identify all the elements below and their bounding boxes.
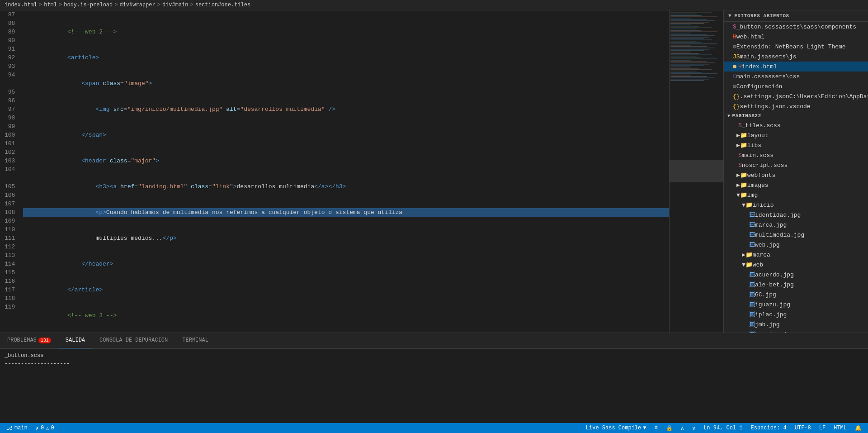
sidebar-item-marca-folder[interactable]: ▶ 📁 marca [724,250,868,260]
sidebar-item-jmb-jpg[interactable]: 🖼 jmb.jpg [724,319,868,329]
img-icon: 🖼 [749,321,755,328]
file-label: webfonts [747,172,775,179]
sass-icon: S [738,122,742,129]
img-icon: 🖼 [749,232,755,238]
sidebar-item-webfonts[interactable]: ▶ 📁 webfonts [724,170,868,180]
spaces-label: Espacios: 4 [751,425,787,431]
img-icon: 🖼 [749,281,755,288]
minimap-viewport[interactable] [670,160,723,182]
tab-terminal[interactable]: TERMINAL [175,333,216,348]
line-ending-indicator[interactable]: LF [817,425,827,431]
img-icon: 🖼 [749,242,755,248]
sidebar-item-main-css[interactable]: C main.css assets\css [724,71,868,81]
code-line: <article> [23,53,669,62]
file-label: Configuración [736,83,782,90]
sidebar-item-main-scss[interactable]: S main.scss [724,150,868,160]
file-label: iplac.jpg [755,311,787,318]
css-icon: C [733,73,736,80]
sidebar-item-web-folder[interactable]: ▼ 📁 web [724,260,868,270]
code-area[interactable]: 87 88 89 90 91 92 93 94 95 96 97 98 99 1… [0,10,669,333]
sidebar-item-identidad-jpg[interactable]: 🖼 identidad.jpg [724,210,868,220]
code-content[interactable]: <!-- web 2 --> <article> <span class="im… [23,10,669,333]
sidebar-item-index-html[interactable]: H index.html [724,62,868,71]
sidebar-item-layout[interactable]: ▶ 📁 layout [724,130,868,140]
notification-up[interactable]: ∧ [679,425,686,432]
minimap[interactable] [669,10,723,333]
sidebar-item-web-jpg[interactable]: 🖼 web.jpg [724,240,868,250]
open-editors-header[interactable]: ▼ EDITORES ABIERTOS [724,10,868,22]
status-left: ⎇ main ✗ 0 ⚠ 0 [5,425,56,432]
file-label: layout [747,132,769,139]
sidebar-item-inicio[interactable]: ▼ 📁 inicio [724,200,868,210]
img-icon: 🖼 [749,222,755,228]
file-path: assets\sass\components [778,24,856,30]
sidebar-item-gc-jpg[interactable]: 🖼 GC.jpg [724,290,868,300]
tab-problems[interactable]: PROBLEMAS 131 [0,333,58,348]
folder-icon: 📁 [745,261,753,268]
sidebar-item-web-html[interactable]: H web.html [724,32,868,42]
warning-count: 0 [51,425,54,431]
tab-label: SALIDA [66,337,85,343]
errors-warnings[interactable]: ✗ 0 ⚠ 0 [34,425,56,432]
output-line: _button.scss [5,352,863,360]
sidebar-item-config[interactable]: ⚙ Configuración [724,81,868,91]
paginas22-header[interactable]: ▼ PAGINAS22 [724,111,868,120]
sidebar-item-img[interactable]: ▼ 📁 img [724,190,868,200]
sidebar-item-marca-jpg[interactable]: 🖼 marca.jpg [724,220,868,230]
breadcrumb-item[interactable]: div#wrapper [119,2,155,8]
file-label: main.scss [742,152,774,159]
encoding-label: UTF-8 [795,425,811,431]
sidebar-item-ale-bet-jpg[interactable]: 🖼 ale-bet.jpg [724,280,868,290]
tab-debug-console[interactable]: CONSOLA DE DEPURACIÓN [92,333,175,348]
spaces-indicator[interactable]: Espacios: 4 [749,425,788,431]
file-label: iguazu.jpg [755,301,790,308]
notifications-bell[interactable]: 🔔 [853,425,863,432]
git-branch[interactable]: ⎇ main [5,425,29,432]
folder-icon: 📁 [745,201,753,209]
file-type-indicator[interactable]: HTML [832,425,849,431]
sidebar-item-libs[interactable]: ▶ 📁 libs [724,140,868,150]
prettier-status[interactable]: 🔒 [664,425,675,432]
sass-icon: S [738,162,742,169]
sass-compile-status[interactable]: Live Sass Compile ▼ [584,425,648,431]
sidebar-item-main-js[interactable]: JS main.js assets\js [724,52,868,62]
sidebar-item-noscript-scss[interactable]: S noscript.scss [724,160,868,170]
format-document[interactable]: ≡ [652,425,659,431]
file-label: .settings.json [740,93,789,100]
sidebar-item-images[interactable]: ▶ 📁 images [724,180,868,190]
file-label: GC.jpg [755,291,776,298]
status-bar: ⎇ main ✗ 0 ⚠ 0 Live Sass Compile ▼ ≡ 🔒 ∧… [0,423,868,433]
line-col-indicator[interactable]: Ln 94, Col 1 [702,425,744,431]
sidebar-item-settings-json-1[interactable]: {} .settings.json C:\Users\Edicion\AppDa… [724,91,868,101]
chevron-right-icon: ▶ [736,171,740,179]
code-line: <span class="image"> [23,79,669,88]
html-icon: H [738,63,742,70]
code-line: <img src="img/inicio/multimedia.jpg" alt… [23,105,669,114]
notification-down[interactable]: ∨ [690,425,697,432]
breadcrumb-item[interactable]: index.html [5,2,37,8]
sidebar-item-extension[interactable]: ⚙ Extensión: NetBeans Light Theme [724,42,868,52]
folder-icon: 📁 [740,181,747,189]
file-label: marca [753,252,770,258]
sidebar-item-multimedia-jpg[interactable]: 🖼 multimedia.jpg [724,230,868,240]
sidebar-item-acuerdo-jpg[interactable]: 🖼 acuerdo.jpg [724,270,868,280]
code-line: </span> [23,131,669,139]
breadcrumb-item[interactable]: section#one.tiles [195,2,250,8]
sidebar-item-button-scss[interactable]: S _button.scss assets\sass\components [724,22,868,32]
json-icon: {} [733,103,740,110]
chevron-right-icon: ▶ [742,251,745,258]
encoding-indicator[interactable]: UTF-8 [793,425,813,431]
sass-icon: S [733,24,736,30]
breadcrumb-item[interactable]: div#main [162,2,189,8]
img-icon: 🖼 [749,301,755,308]
tab-output[interactable]: SALIDA [58,333,92,348]
file-label: acuerdo.jpg [755,271,794,278]
sidebar-item-iguazu-jpg[interactable]: 🖼 iguazu.jpg [724,300,868,309]
breadcrumb-item[interactable]: html [44,2,57,8]
sidebar-item-settings-json-2[interactable]: {} settings.json .vscode [724,101,868,111]
sidebar-item-karadya-jpg[interactable]: 🖼 karadya.jpg [724,329,868,333]
sidebar-item-iplac-jpg[interactable]: 🖼 iplac.jpg [724,309,868,319]
file-label: _tiles.scss [742,122,781,129]
breadcrumb-item[interactable]: body.is-preload [64,2,113,8]
sidebar-item-tiles-scss[interactable]: S _tiles.scss [724,120,868,130]
